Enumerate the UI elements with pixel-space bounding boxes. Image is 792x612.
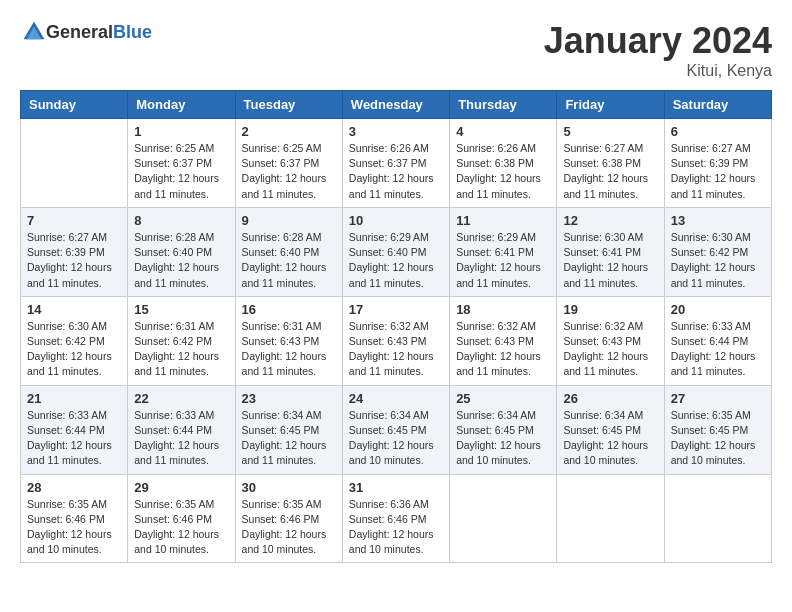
daylight-text: Daylight: 12 hours and 11 minutes. (134, 172, 219, 199)
col-monday: Monday (128, 91, 235, 119)
table-row: 27 Sunrise: 6:35 AM Sunset: 6:45 PM Dayl… (664, 385, 771, 474)
sunset-text: Sunset: 6:46 PM (242, 513, 320, 525)
sunset-text: Sunset: 6:45 PM (242, 424, 320, 436)
sunrise-text: Sunrise: 6:30 AM (27, 320, 107, 332)
table-row (450, 474, 557, 563)
month-title: January 2024 (544, 20, 772, 62)
daylight-text: Daylight: 12 hours and 11 minutes. (242, 350, 327, 377)
sunset-text: Sunset: 6:40 PM (134, 246, 212, 258)
sunset-text: Sunset: 6:40 PM (349, 246, 427, 258)
table-row: 24 Sunrise: 6:34 AM Sunset: 6:45 PM Dayl… (342, 385, 449, 474)
daylight-text: Daylight: 12 hours and 11 minutes. (134, 261, 219, 288)
day-number: 29 (134, 480, 228, 495)
col-thursday: Thursday (450, 91, 557, 119)
table-row: 25 Sunrise: 6:34 AM Sunset: 6:45 PM Dayl… (450, 385, 557, 474)
day-number: 4 (456, 124, 550, 139)
daylight-text: Daylight: 12 hours and 11 minutes. (456, 261, 541, 288)
daylight-text: Daylight: 12 hours and 11 minutes. (456, 172, 541, 199)
day-number: 5 (563, 124, 657, 139)
sunrise-text: Sunrise: 6:27 AM (27, 231, 107, 243)
table-row: 23 Sunrise: 6:34 AM Sunset: 6:45 PM Dayl… (235, 385, 342, 474)
day-info: Sunrise: 6:32 AM Sunset: 6:43 PM Dayligh… (456, 319, 550, 380)
sunrise-text: Sunrise: 6:31 AM (242, 320, 322, 332)
sunset-text: Sunset: 6:45 PM (349, 424, 427, 436)
sunrise-text: Sunrise: 6:36 AM (349, 498, 429, 510)
table-row (557, 474, 664, 563)
day-number: 6 (671, 124, 765, 139)
table-row: 17 Sunrise: 6:32 AM Sunset: 6:43 PM Dayl… (342, 296, 449, 385)
day-info: Sunrise: 6:25 AM Sunset: 6:37 PM Dayligh… (134, 141, 228, 202)
daylight-text: Daylight: 12 hours and 11 minutes. (671, 261, 756, 288)
sunrise-text: Sunrise: 6:33 AM (671, 320, 751, 332)
table-row: 19 Sunrise: 6:32 AM Sunset: 6:43 PM Dayl… (557, 296, 664, 385)
day-number: 9 (242, 213, 336, 228)
table-row: 3 Sunrise: 6:26 AM Sunset: 6:37 PM Dayli… (342, 119, 449, 208)
sunset-text: Sunset: 6:37 PM (242, 157, 320, 169)
day-info: Sunrise: 6:32 AM Sunset: 6:43 PM Dayligh… (349, 319, 443, 380)
calendar-week-3: 21 Sunrise: 6:33 AM Sunset: 6:44 PM Dayl… (21, 385, 772, 474)
sunset-text: Sunset: 6:45 PM (563, 424, 641, 436)
day-number: 25 (456, 391, 550, 406)
calendar-table: Sunday Monday Tuesday Wednesday Thursday… (20, 90, 772, 563)
day-info: Sunrise: 6:27 AM Sunset: 6:38 PM Dayligh… (563, 141, 657, 202)
table-row: 26 Sunrise: 6:34 AM Sunset: 6:45 PM Dayl… (557, 385, 664, 474)
location: Kitui, Kenya (544, 62, 772, 80)
day-number: 8 (134, 213, 228, 228)
daylight-text: Daylight: 12 hours and 10 minutes. (456, 439, 541, 466)
title-area: January 2024 Kitui, Kenya (544, 20, 772, 80)
sunrise-text: Sunrise: 6:34 AM (242, 409, 322, 421)
sunrise-text: Sunrise: 6:25 AM (242, 142, 322, 154)
day-number: 30 (242, 480, 336, 495)
daylight-text: Daylight: 12 hours and 10 minutes. (242, 528, 327, 555)
calendar-week-4: 28 Sunrise: 6:35 AM Sunset: 6:46 PM Dayl… (21, 474, 772, 563)
sunset-text: Sunset: 6:40 PM (242, 246, 320, 258)
day-number: 31 (349, 480, 443, 495)
sunrise-text: Sunrise: 6:29 AM (456, 231, 536, 243)
day-number: 11 (456, 213, 550, 228)
daylight-text: Daylight: 12 hours and 11 minutes. (563, 350, 648, 377)
sunrise-text: Sunrise: 6:34 AM (456, 409, 536, 421)
daylight-text: Daylight: 12 hours and 11 minutes. (563, 261, 648, 288)
logo-icon (22, 20, 46, 44)
day-number: 18 (456, 302, 550, 317)
table-row: 30 Sunrise: 6:35 AM Sunset: 6:46 PM Dayl… (235, 474, 342, 563)
sunset-text: Sunset: 6:46 PM (349, 513, 427, 525)
sunrise-text: Sunrise: 6:30 AM (671, 231, 751, 243)
day-number: 15 (134, 302, 228, 317)
day-number: 14 (27, 302, 121, 317)
daylight-text: Daylight: 12 hours and 10 minutes. (134, 528, 219, 555)
sunset-text: Sunset: 6:41 PM (456, 246, 534, 258)
sunrise-text: Sunrise: 6:32 AM (456, 320, 536, 332)
table-row: 9 Sunrise: 6:28 AM Sunset: 6:40 PM Dayli… (235, 207, 342, 296)
calendar-week-2: 14 Sunrise: 6:30 AM Sunset: 6:42 PM Dayl… (21, 296, 772, 385)
day-info: Sunrise: 6:29 AM Sunset: 6:41 PM Dayligh… (456, 230, 550, 291)
sunrise-text: Sunrise: 6:31 AM (134, 320, 214, 332)
table-row: 13 Sunrise: 6:30 AM Sunset: 6:42 PM Dayl… (664, 207, 771, 296)
sunrise-text: Sunrise: 6:33 AM (134, 409, 214, 421)
day-info: Sunrise: 6:34 AM Sunset: 6:45 PM Dayligh… (242, 408, 336, 469)
table-row: 2 Sunrise: 6:25 AM Sunset: 6:37 PM Dayli… (235, 119, 342, 208)
day-number: 21 (27, 391, 121, 406)
table-row: 1 Sunrise: 6:25 AM Sunset: 6:37 PM Dayli… (128, 119, 235, 208)
day-number: 26 (563, 391, 657, 406)
sunset-text: Sunset: 6:43 PM (242, 335, 320, 347)
daylight-text: Daylight: 12 hours and 11 minutes. (563, 172, 648, 199)
day-number: 24 (349, 391, 443, 406)
day-info: Sunrise: 6:33 AM Sunset: 6:44 PM Dayligh… (671, 319, 765, 380)
table-row: 18 Sunrise: 6:32 AM Sunset: 6:43 PM Dayl… (450, 296, 557, 385)
table-row: 15 Sunrise: 6:31 AM Sunset: 6:42 PM Dayl… (128, 296, 235, 385)
daylight-text: Daylight: 12 hours and 11 minutes. (242, 439, 327, 466)
sunset-text: Sunset: 6:38 PM (563, 157, 641, 169)
daylight-text: Daylight: 12 hours and 11 minutes. (27, 350, 112, 377)
sunrise-text: Sunrise: 6:32 AM (563, 320, 643, 332)
sunrise-text: Sunrise: 6:35 AM (242, 498, 322, 510)
day-info: Sunrise: 6:36 AM Sunset: 6:46 PM Dayligh… (349, 497, 443, 558)
day-number: 2 (242, 124, 336, 139)
sunset-text: Sunset: 6:41 PM (563, 246, 641, 258)
sunset-text: Sunset: 6:43 PM (349, 335, 427, 347)
sunrise-text: Sunrise: 6:30 AM (563, 231, 643, 243)
day-info: Sunrise: 6:28 AM Sunset: 6:40 PM Dayligh… (242, 230, 336, 291)
table-row (21, 119, 128, 208)
sunset-text: Sunset: 6:42 PM (134, 335, 212, 347)
day-info: Sunrise: 6:26 AM Sunset: 6:37 PM Dayligh… (349, 141, 443, 202)
